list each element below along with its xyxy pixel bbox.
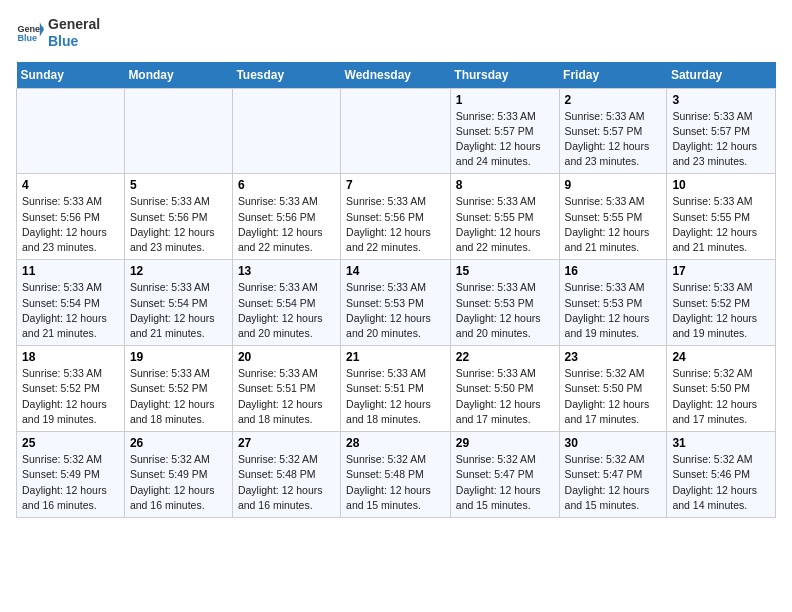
day-info: Sunrise: 5:33 AMSunset: 5:56 PMDaylight:… [22, 194, 119, 255]
calendar-cell: 16Sunrise: 5:33 AMSunset: 5:53 PMDayligh… [559, 260, 667, 346]
day-number: 13 [238, 264, 335, 278]
day-number: 1 [456, 93, 554, 107]
day-number: 5 [130, 178, 227, 192]
calendar-cell: 6Sunrise: 5:33 AMSunset: 5:56 PMDaylight… [232, 174, 340, 260]
logo-icon: General Blue [16, 19, 44, 47]
calendar-cell: 2Sunrise: 5:33 AMSunset: 5:57 PMDaylight… [559, 88, 667, 174]
day-info: Sunrise: 5:33 AMSunset: 5:54 PMDaylight:… [238, 280, 335, 341]
header-row: SundayMondayTuesdayWednesdayThursdayFrid… [17, 62, 776, 89]
day-info: Sunrise: 5:33 AMSunset: 5:52 PMDaylight:… [22, 366, 119, 427]
calendar-cell [232, 88, 340, 174]
day-info: Sunrise: 5:33 AMSunset: 5:54 PMDaylight:… [22, 280, 119, 341]
header-sunday: Sunday [17, 62, 125, 89]
day-number: 16 [565, 264, 662, 278]
calendar-cell: 4Sunrise: 5:33 AMSunset: 5:56 PMDaylight… [17, 174, 125, 260]
header-monday: Monday [124, 62, 232, 89]
calendar-cell: 31Sunrise: 5:32 AMSunset: 5:46 PMDayligh… [667, 432, 776, 518]
day-info: Sunrise: 5:33 AMSunset: 5:57 PMDaylight:… [672, 109, 770, 170]
logo: General Blue General Blue [16, 16, 100, 50]
day-info: Sunrise: 5:33 AMSunset: 5:57 PMDaylight:… [565, 109, 662, 170]
calendar-cell: 23Sunrise: 5:32 AMSunset: 5:50 PMDayligh… [559, 346, 667, 432]
day-number: 25 [22, 436, 119, 450]
day-number: 18 [22, 350, 119, 364]
calendar-cell: 5Sunrise: 5:33 AMSunset: 5:56 PMDaylight… [124, 174, 232, 260]
week-row-4: 18Sunrise: 5:33 AMSunset: 5:52 PMDayligh… [17, 346, 776, 432]
calendar-cell: 18Sunrise: 5:33 AMSunset: 5:52 PMDayligh… [17, 346, 125, 432]
header-tuesday: Tuesday [232, 62, 340, 89]
day-info: Sunrise: 5:33 AMSunset: 5:54 PMDaylight:… [130, 280, 227, 341]
logo-name-general: General [48, 16, 100, 33]
calendar-cell [17, 88, 125, 174]
calendar-cell: 13Sunrise: 5:33 AMSunset: 5:54 PMDayligh… [232, 260, 340, 346]
day-info: Sunrise: 5:33 AMSunset: 5:53 PMDaylight:… [565, 280, 662, 341]
logo-name-blue: Blue [48, 33, 100, 50]
day-info: Sunrise: 5:33 AMSunset: 5:55 PMDaylight:… [456, 194, 554, 255]
header-saturday: Saturday [667, 62, 776, 89]
calendar-cell: 15Sunrise: 5:33 AMSunset: 5:53 PMDayligh… [450, 260, 559, 346]
day-number: 9 [565, 178, 662, 192]
calendar-cell: 28Sunrise: 5:32 AMSunset: 5:48 PMDayligh… [341, 432, 451, 518]
day-info: Sunrise: 5:33 AMSunset: 5:55 PMDaylight:… [565, 194, 662, 255]
day-info: Sunrise: 5:32 AMSunset: 5:46 PMDaylight:… [672, 452, 770, 513]
day-number: 26 [130, 436, 227, 450]
day-info: Sunrise: 5:32 AMSunset: 5:50 PMDaylight:… [565, 366, 662, 427]
calendar-cell: 29Sunrise: 5:32 AMSunset: 5:47 PMDayligh… [450, 432, 559, 518]
day-number: 10 [672, 178, 770, 192]
week-row-5: 25Sunrise: 5:32 AMSunset: 5:49 PMDayligh… [17, 432, 776, 518]
day-info: Sunrise: 5:32 AMSunset: 5:47 PMDaylight:… [565, 452, 662, 513]
calendar-cell: 9Sunrise: 5:33 AMSunset: 5:55 PMDaylight… [559, 174, 667, 260]
calendar-cell [124, 88, 232, 174]
day-number: 4 [22, 178, 119, 192]
day-number: 27 [238, 436, 335, 450]
calendar-cell: 19Sunrise: 5:33 AMSunset: 5:52 PMDayligh… [124, 346, 232, 432]
day-info: Sunrise: 5:33 AMSunset: 5:55 PMDaylight:… [672, 194, 770, 255]
week-row-2: 4Sunrise: 5:33 AMSunset: 5:56 PMDaylight… [17, 174, 776, 260]
day-number: 31 [672, 436, 770, 450]
calendar-cell: 3Sunrise: 5:33 AMSunset: 5:57 PMDaylight… [667, 88, 776, 174]
calendar-cell: 14Sunrise: 5:33 AMSunset: 5:53 PMDayligh… [341, 260, 451, 346]
calendar-cell: 10Sunrise: 5:33 AMSunset: 5:55 PMDayligh… [667, 174, 776, 260]
day-number: 17 [672, 264, 770, 278]
calendar-cell: 26Sunrise: 5:32 AMSunset: 5:49 PMDayligh… [124, 432, 232, 518]
day-number: 24 [672, 350, 770, 364]
day-info: Sunrise: 5:32 AMSunset: 5:47 PMDaylight:… [456, 452, 554, 513]
calendar-cell: 22Sunrise: 5:33 AMSunset: 5:50 PMDayligh… [450, 346, 559, 432]
header-thursday: Thursday [450, 62, 559, 89]
calendar-cell: 20Sunrise: 5:33 AMSunset: 5:51 PMDayligh… [232, 346, 340, 432]
day-number: 21 [346, 350, 445, 364]
day-number: 23 [565, 350, 662, 364]
day-info: Sunrise: 5:33 AMSunset: 5:51 PMDaylight:… [346, 366, 445, 427]
calendar-cell: 12Sunrise: 5:33 AMSunset: 5:54 PMDayligh… [124, 260, 232, 346]
day-number: 22 [456, 350, 554, 364]
day-info: Sunrise: 5:32 AMSunset: 5:48 PMDaylight:… [238, 452, 335, 513]
day-info: Sunrise: 5:33 AMSunset: 5:52 PMDaylight:… [672, 280, 770, 341]
calendar-cell: 30Sunrise: 5:32 AMSunset: 5:47 PMDayligh… [559, 432, 667, 518]
day-info: Sunrise: 5:32 AMSunset: 5:49 PMDaylight:… [22, 452, 119, 513]
day-info: Sunrise: 5:33 AMSunset: 5:56 PMDaylight:… [130, 194, 227, 255]
calendar-cell: 27Sunrise: 5:32 AMSunset: 5:48 PMDayligh… [232, 432, 340, 518]
calendar-table: SundayMondayTuesdayWednesdayThursdayFrid… [16, 62, 776, 518]
day-number: 19 [130, 350, 227, 364]
day-info: Sunrise: 5:32 AMSunset: 5:50 PMDaylight:… [672, 366, 770, 427]
day-number: 2 [565, 93, 662, 107]
day-info: Sunrise: 5:32 AMSunset: 5:48 PMDaylight:… [346, 452, 445, 513]
day-info: Sunrise: 5:33 AMSunset: 5:51 PMDaylight:… [238, 366, 335, 427]
day-info: Sunrise: 5:32 AMSunset: 5:49 PMDaylight:… [130, 452, 227, 513]
day-number: 8 [456, 178, 554, 192]
day-info: Sunrise: 5:33 AMSunset: 5:57 PMDaylight:… [456, 109, 554, 170]
day-info: Sunrise: 5:33 AMSunset: 5:56 PMDaylight:… [346, 194, 445, 255]
day-number: 14 [346, 264, 445, 278]
calendar-cell [341, 88, 451, 174]
day-info: Sunrise: 5:33 AMSunset: 5:53 PMDaylight:… [346, 280, 445, 341]
week-row-1: 1Sunrise: 5:33 AMSunset: 5:57 PMDaylight… [17, 88, 776, 174]
day-number: 20 [238, 350, 335, 364]
week-row-3: 11Sunrise: 5:33 AMSunset: 5:54 PMDayligh… [17, 260, 776, 346]
day-number: 11 [22, 264, 119, 278]
day-info: Sunrise: 5:33 AMSunset: 5:52 PMDaylight:… [130, 366, 227, 427]
page-header: General Blue General Blue [16, 16, 776, 50]
calendar-cell: 17Sunrise: 5:33 AMSunset: 5:52 PMDayligh… [667, 260, 776, 346]
day-number: 12 [130, 264, 227, 278]
day-info: Sunrise: 5:33 AMSunset: 5:53 PMDaylight:… [456, 280, 554, 341]
header-wednesday: Wednesday [341, 62, 451, 89]
calendar-cell: 8Sunrise: 5:33 AMSunset: 5:55 PMDaylight… [450, 174, 559, 260]
